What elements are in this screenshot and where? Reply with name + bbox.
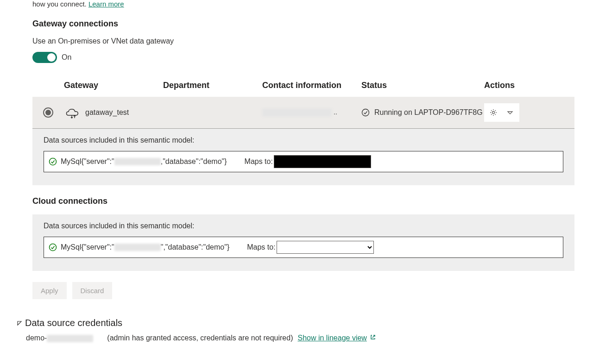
gear-icon[interactable] (488, 107, 499, 118)
svg-point-0 (362, 109, 369, 116)
cred-title: Data source credentials (25, 318, 122, 328)
gateway-name-cell: gataway_test (64, 106, 163, 119)
gateway-radio-wrap (32, 107, 64, 118)
lineage-link[interactable]: Show in lineage view (297, 334, 376, 342)
ds-prefix: MySql{"server":" (61, 157, 114, 166)
cloud-ds-text: MySql{"server":"","database":"demo"} (61, 243, 229, 251)
ds-redacted (114, 158, 161, 165)
learn-more-link[interactable]: Learn more (88, 0, 124, 8)
cred-row: demo- (admin has granted access, credent… (26, 334, 574, 342)
cred-header[interactable]: Data source credentials (17, 318, 574, 328)
gateway-datasources-panel: Data sources included in this semantic m… (32, 129, 574, 185)
discard-button[interactable]: Discard (72, 282, 113, 299)
action-box (484, 103, 519, 122)
caret-icon (17, 320, 22, 326)
col-actions: Actions (484, 81, 540, 90)
col-gateway: Gateway (64, 81, 163, 90)
col-contact: Contact information (262, 81, 361, 90)
cloud-ds-prefix: MySql{"server":" (61, 243, 114, 251)
col-department: Department (163, 81, 262, 90)
cloud-ds-redacted (114, 244, 161, 251)
status-cell: Running on LAPTOP-D967TF8G (361, 108, 484, 117)
svg-point-2 (50, 158, 57, 165)
intro-fragment: how you connect. (32, 0, 88, 8)
credentials-section: Data source credentials demo- (admin has… (17, 318, 574, 342)
cred-name-redacted (47, 335, 93, 342)
cloud-ds-row: MySql{"server":"","database":"demo"} Map… (44, 237, 563, 258)
cred-name: demo- (26, 334, 93, 342)
gateway-title: Gateway connections (32, 19, 574, 29)
gateway-grid-header: Gateway Department Contact information S… (32, 76, 574, 97)
status-text: Running on LAPTOP-D967TF8G (374, 108, 483, 117)
lineage-text: Show in lineage view (297, 334, 366, 342)
ds-suffix: ,"database":"demo"} (161, 157, 227, 166)
intro-text: how you connect. Learn more (32, 0, 574, 8)
external-link-icon (370, 334, 376, 342)
gateway-name: gataway_test (85, 108, 129, 117)
cloud-ds-suffix: ","database":"demo"} (161, 243, 230, 251)
contact-suffix: .. (334, 108, 337, 116)
gateway-ds-title: Data sources included in this semantic m… (44, 136, 563, 144)
cloud-section: Cloud connections Data sources included … (32, 196, 574, 299)
cloud-ds-title: Data sources included in this semantic m… (44, 222, 563, 230)
ds-check-icon (49, 157, 57, 166)
cloud-ds-check-icon (49, 243, 57, 251)
chevron-down-icon[interactable] (505, 107, 516, 118)
contact-cell: .. (262, 108, 361, 117)
maps-to-label: Maps to: (245, 157, 273, 166)
status-check-icon (361, 108, 370, 117)
actions-cell (484, 103, 540, 122)
contact-redacted (262, 108, 332, 117)
gateway-maps-select[interactable] (274, 155, 371, 168)
button-row: Apply Discard (32, 282, 574, 299)
cloud-maps-select[interactable] (277, 241, 374, 254)
gateway-toggle[interactable] (32, 52, 57, 63)
gateway-ds-row: MySql{"server":","database":"demo"} Maps… (44, 151, 563, 172)
cred-name-prefix: demo- (26, 334, 47, 342)
toggle-knob (47, 53, 56, 62)
cred-note: (admin has granted access, credentials a… (107, 334, 293, 342)
gateway-section: Gateway connections Use an On-premises o… (32, 19, 574, 185)
gateway-toggle-row: On (32, 52, 574, 63)
svg-point-3 (50, 244, 57, 251)
gateway-subtitle: Use an On-premises or VNet data gateway (32, 37, 574, 45)
radio-dot (45, 110, 51, 115)
cloud-maps-to-label: Maps to: (247, 243, 275, 251)
toggle-label: On (62, 53, 71, 62)
apply-button[interactable]: Apply (32, 282, 67, 299)
gateway-row: gataway_test .. Running on LAPTOP-D967TF… (32, 97, 574, 129)
cloud-icon (64, 106, 81, 119)
cloud-maps-to: Maps to: (247, 241, 373, 254)
cloud-title: Cloud connections (32, 196, 574, 206)
cloud-datasources-panel: Data sources included in this semantic m… (32, 214, 574, 271)
svg-point-1 (492, 112, 495, 114)
gateway-radio[interactable] (43, 107, 53, 118)
col-status: Status (361, 81, 484, 90)
gateway-maps-to: Maps to: (245, 155, 371, 168)
gateway-ds-text: MySql{"server":","database":"demo"} (61, 157, 227, 166)
